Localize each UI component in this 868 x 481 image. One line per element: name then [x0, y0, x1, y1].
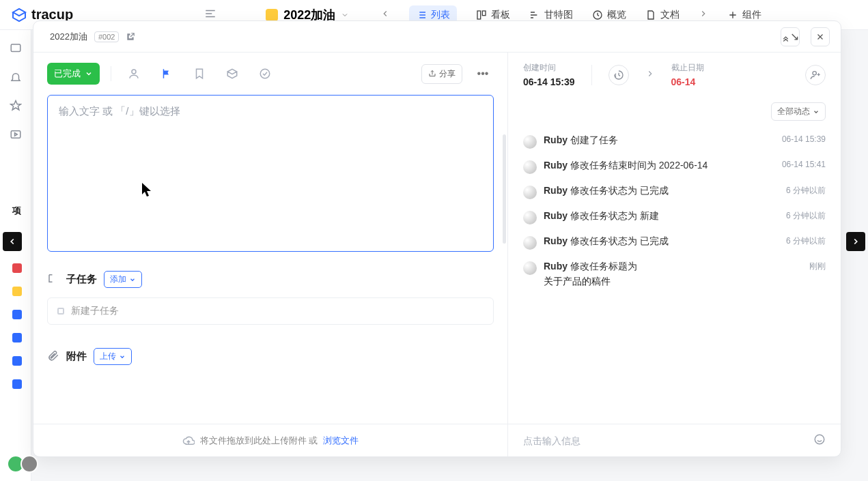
nav-notification-icon[interactable]: [10, 71, 22, 86]
task-detail-modal: 2022加油 #002 ↘ 已完成 分享: [33, 20, 841, 457]
browse-files-link[interactable]: 浏览文件: [323, 435, 359, 447]
project-swatch[interactable]: [12, 287, 22, 296]
avatar: [523, 261, 537, 275]
activity-timestamp: 刚刚: [809, 261, 826, 272]
due-label: 截止日期: [671, 62, 704, 74]
avatar: [523, 236, 537, 250]
activity-timestamp: 6 分钟以前: [786, 210, 826, 222]
subtask-icon: [47, 272, 59, 287]
created-label: 创建时间: [523, 62, 575, 74]
nav-inbox-icon[interactable]: [10, 42, 22, 57]
activity-item: Ruby 修改任务标题为关于产品的稿件 刚刚: [523, 255, 826, 293]
activity-item: Ruby 修改任务状态为 新建 6 分钟以前: [523, 205, 826, 230]
new-subtask-input[interactable]: 新建子任务: [47, 297, 494, 325]
clock-icon: [592, 10, 603, 20]
avatar: [523, 211, 537, 224]
attachment-dropzone[interactable]: 将文件拖放到此处上传附件 或 浏览文件: [33, 424, 507, 456]
tab-overview[interactable]: 概览: [592, 9, 626, 21]
sidebar-project-label: 项: [12, 205, 21, 217]
activity-timestamp: 06-14 15:39: [782, 134, 826, 144]
avatar: [523, 135, 537, 149]
project-swatch[interactable]: [12, 263, 22, 273]
more-icon[interactable]: •••: [472, 64, 494, 83]
attachments-title: 附件: [66, 350, 87, 363]
avatar: [523, 186, 537, 199]
add-member-icon[interactable]: [805, 65, 826, 85]
activity-timestamp: 6 分钟以前: [786, 185, 826, 196]
svg-rect-4: [11, 131, 20, 139]
status-label: 已完成: [54, 68, 81, 80]
subtasks-title: 子任务: [66, 273, 97, 286]
date-next-icon[interactable]: [645, 69, 655, 81]
breadcrumb[interactable]: 2022加油: [50, 31, 87, 43]
avatar: [523, 160, 537, 174]
comment-input[interactable]: [523, 435, 807, 446]
share-icon: [428, 70, 436, 78]
chevron-down-icon: [119, 353, 126, 360]
project-color-swatch: [266, 9, 278, 21]
tab-docs[interactable]: 文档: [645, 9, 680, 21]
next-task-arrow[interactable]: [846, 232, 865, 251]
status-button[interactable]: 已完成: [47, 63, 100, 85]
add-subtask-button[interactable]: 添加: [104, 271, 142, 288]
plus-icon: [727, 10, 738, 20]
tab-gantt[interactable]: 甘特图: [529, 9, 573, 21]
member-avatars[interactable]: [11, 455, 38, 473]
chevron-down-icon: [813, 108, 820, 115]
gantt-icon: [529, 10, 540, 20]
upload-button[interactable]: 上传: [94, 348, 132, 365]
chevron-down-icon: [129, 276, 136, 283]
svg-rect-1: [483, 11, 486, 16]
task-code: #002: [94, 31, 119, 42]
activity-timestamp: 6 分钟以前: [786, 235, 826, 247]
nav-prev-icon[interactable]: [380, 9, 390, 20]
svg-point-8: [815, 435, 824, 444]
activity-item: Ruby 创建了任务 06-14 15:39: [523, 129, 826, 154]
chevron-down-icon: [341, 11, 349, 19]
activity-item: Ruby 修改任务结束时间为 2022-06-14 06-14 15:41: [523, 154, 826, 179]
open-in-new-icon[interactable]: [126, 32, 135, 42]
board-icon: [476, 10, 487, 20]
nav-next-icon[interactable]: [699, 9, 708, 20]
list-icon: [416, 10, 427, 20]
chevron-down-icon: [85, 70, 93, 78]
svg-rect-0: [477, 11, 481, 19]
cursor-icon: [141, 181, 154, 202]
tab-board[interactable]: 看板: [476, 9, 510, 21]
emoji-icon[interactable]: [813, 433, 826, 448]
project-swatch[interactable]: [12, 333, 22, 342]
flag-icon[interactable]: [155, 62, 178, 85]
assignee-icon[interactable]: [122, 62, 145, 85]
nav-media-icon[interactable]: [10, 128, 22, 143]
due-value[interactable]: 06-14: [671, 76, 704, 87]
close-icon[interactable]: [811, 27, 830, 46]
description-placeholder: 输入文字 或 「/」键以选择: [59, 105, 180, 117]
bookmark-icon[interactable]: [188, 62, 211, 85]
check-circle-icon[interactable]: [253, 62, 277, 85]
checkbox-icon: [57, 308, 64, 315]
created-value: 06-14 15:39: [523, 76, 575, 87]
project-swatch[interactable]: [12, 379, 22, 389]
history-icon[interactable]: [608, 65, 629, 85]
svg-point-5: [132, 70, 136, 74]
attachment-icon: [47, 349, 59, 364]
project-swatch[interactable]: [12, 310, 22, 319]
activity-item: Ruby 修改任务状态为 已完成 6 分钟以前: [523, 179, 826, 205]
doc-icon: [645, 10, 656, 20]
activity-timestamp: 06-14 15:41: [782, 160, 826, 169]
nav-star-icon[interactable]: [10, 100, 22, 115]
minimize-icon[interactable]: ↘: [781, 27, 800, 46]
activity-filter[interactable]: 全部动态: [771, 102, 826, 121]
new-subtask-placeholder: 新建子任务: [71, 305, 119, 317]
drop-text: 将文件拖放到此处上传附件 或: [200, 435, 318, 447]
svg-rect-3: [11, 44, 20, 52]
prev-task-arrow[interactable]: [3, 232, 22, 251]
svg-point-6: [260, 69, 270, 78]
tab-plugin[interactable]: 组件: [727, 9, 761, 21]
cloud-upload-icon: [182, 435, 195, 447]
share-button[interactable]: 分享: [421, 64, 462, 84]
module-icon[interactable]: [221, 62, 244, 85]
project-swatch[interactable]: [12, 356, 22, 366]
activity-item: Ruby 修改任务状态为 已完成 6 分钟以前: [523, 230, 826, 255]
description-editor[interactable]: 输入文字 或 「/」键以选择: [47, 95, 494, 252]
